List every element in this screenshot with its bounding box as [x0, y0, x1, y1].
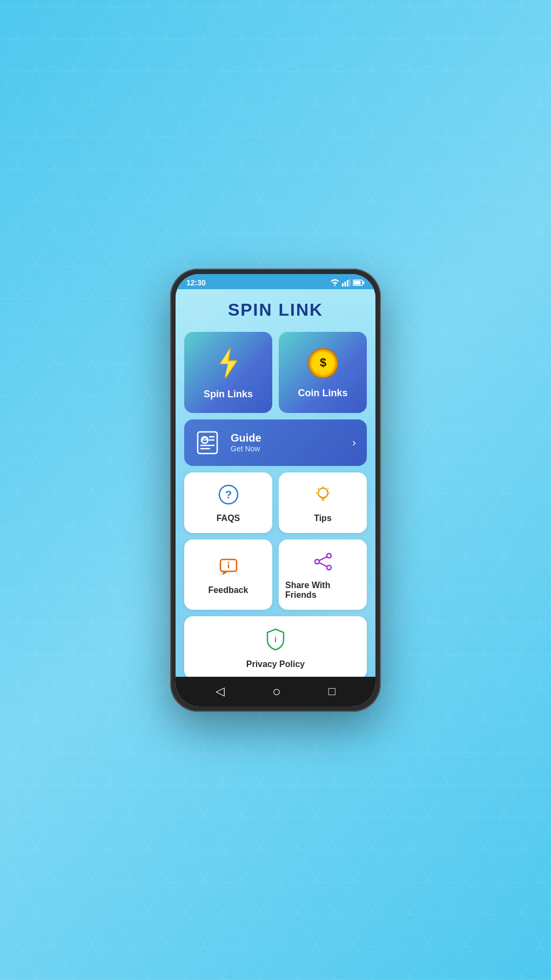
share-card[interactable]: Share With Friends: [279, 539, 367, 610]
coin-links-card[interactable]: $ Coin Links: [279, 332, 367, 413]
bottom-grid: ? FAQS: [184, 472, 367, 677]
guide-subtitle: Get Now: [231, 444, 344, 453]
svg-rect-6: [363, 281, 365, 284]
share-icon: [313, 551, 333, 576]
guide-title: Guide: [231, 432, 344, 444]
nav-recent-icon[interactable]: □: [328, 684, 335, 698]
tips-label: Tips: [314, 514, 332, 523]
grid-row-2: Feedback Share With Frie: [184, 539, 367, 610]
coin-icon: $: [307, 348, 339, 383]
spin-links-label: Spin Links: [204, 389, 253, 400]
guide-card[interactable]: Guide Get Now ›: [184, 419, 367, 466]
grid-row-1: ? FAQS: [184, 472, 367, 533]
status-bar: 12:30: [176, 274, 375, 289]
faqs-label: FAQS: [217, 514, 240, 523]
feedback-label: Feedback: [209, 585, 248, 595]
svg-text:i: i: [274, 635, 277, 644]
status-time: 12:30: [186, 278, 206, 287]
spin-links-card[interactable]: Spin Links: [184, 332, 272, 413]
screen-content: SPIN LINK Spin Links: [176, 289, 375, 677]
wifi-icon: [330, 279, 340, 286]
faqs-card[interactable]: ? FAQS: [184, 472, 272, 533]
svg-rect-3: [350, 279, 351, 286]
svg-text:?: ?: [225, 489, 231, 501]
svg-point-32: [327, 554, 331, 558]
signal-icon: [342, 279, 351, 286]
nav-back-icon[interactable]: ◁: [216, 684, 225, 698]
privacy-card[interactable]: i Privacy Policy: [184, 616, 367, 677]
svg-line-25: [318, 488, 319, 489]
feedback-card[interactable]: Feedback: [184, 539, 272, 610]
svg-rect-0: [342, 283, 344, 286]
grid-row-3: i Privacy Policy: [184, 616, 367, 677]
privacy-label: Privacy Policy: [246, 659, 305, 669]
guide-icon: [195, 429, 222, 456]
svg-line-36: [319, 563, 327, 566]
share-label: Share With Friends: [285, 581, 360, 600]
phone-screen: 12:30: [176, 274, 375, 706]
battery-icon: [353, 279, 365, 286]
svg-point-31: [227, 562, 229, 563]
svg-point-33: [315, 559, 319, 564]
svg-point-21: [318, 488, 328, 498]
status-icons: [330, 279, 365, 286]
svg-rect-1: [345, 282, 346, 286]
tips-icon: [313, 484, 333, 509]
svg-point-34: [327, 565, 331, 570]
nav-bar: ◁ ○ □: [176, 677, 375, 706]
top-cards-row: Spin Links $ Coin Links: [184, 332, 367, 413]
tips-card[interactable]: Tips: [279, 472, 367, 533]
lightning-icon: [216, 346, 241, 384]
nav-home-icon[interactable]: ○: [272, 683, 281, 700]
svg-rect-2: [347, 280, 348, 286]
guide-text-container: Guide Get Now: [231, 432, 344, 453]
svg-line-26: [327, 488, 328, 489]
svg-text:$: $: [319, 356, 326, 369]
guide-arrow-icon: ›: [352, 436, 356, 449]
feedback-icon: [218, 556, 239, 581]
phone-device: 12:30: [170, 269, 381, 712]
faqs-icon: ?: [218, 484, 239, 509]
svg-line-35: [319, 557, 327, 561]
app-title: SPIN LINK: [184, 300, 367, 320]
svg-rect-5: [354, 281, 361, 284]
coin-links-label: Coin Links: [298, 388, 347, 399]
privacy-icon: i: [265, 628, 286, 655]
